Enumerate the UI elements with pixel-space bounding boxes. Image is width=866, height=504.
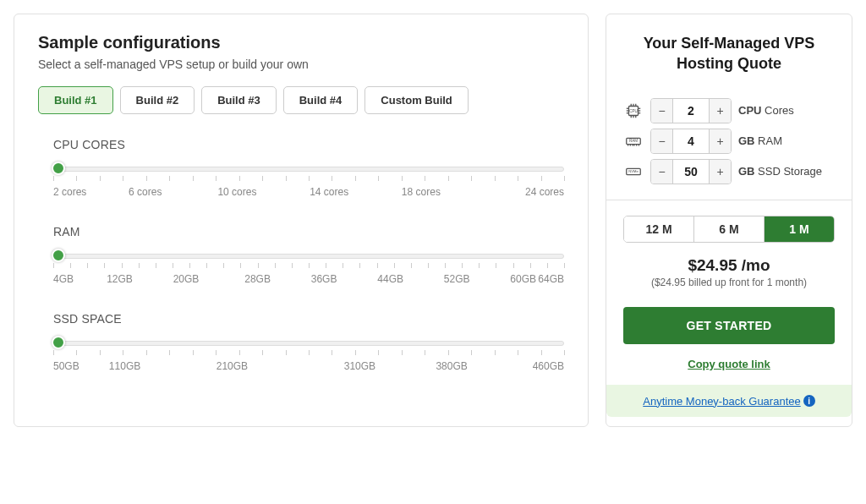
ssd-plus-button[interactable]: + [709,160,731,184]
ssd-icon: NVMe [623,162,644,182]
cpu-slider-section: CPU CORES 2 cores6 cores10 cores14 cores… [53,138,564,203]
price: $24.95 /mo [623,256,835,275]
ram-slider-thumb[interactable] [52,249,65,262]
guarantee-link[interactable]: Anytime Money-back Guarantee [643,395,800,408]
term-button-6M[interactable]: 6 M [694,216,765,242]
guarantee-bar: Anytime Money-back Guaranteei [606,385,852,417]
quote-title: Your Self-Managed VPS Hosting Quote [630,33,828,74]
ram-stepper: − 4 + [650,129,732,154]
ssd-spec-row: NVMe − 50 + GB SSD Storage [623,159,835,184]
cpu-labels: 2 cores6 cores10 cores14 cores18 cores24… [53,186,564,203]
config-subtitle: Select a self-managed VPS setup or build… [38,58,564,71]
cpu-slider-label: CPU CORES [53,138,564,151]
ssd-slider-track[interactable] [53,341,564,346]
cpu-slider-thumb[interactable] [52,162,65,175]
config-panel: Sample configurations Select a self-mana… [14,14,589,427]
cpu-spec-label: CPU Cores [738,104,794,117]
cpu-icon: CPU [623,101,644,121]
ssd-stepper: − 50 + [650,159,732,184]
ssd-value: 50 [673,160,709,184]
svg-text:RAM: RAM [629,139,638,143]
svg-text:CPU: CPU [629,108,638,112]
term-button-12M[interactable]: 12 M [624,216,694,242]
ssd-labels: 50GB110GB210GB310GB380GB460GB [53,360,564,377]
info-icon[interactable]: i [803,395,815,407]
build-tab-3[interactable]: Build #4 [283,86,359,114]
cpu-ticks [53,176,564,183]
cpu-value: 2 [673,99,709,123]
build-tabs: Build #1Build #2Build #3Build #4Custom B… [38,86,564,114]
ram-spec-label: GB RAM [738,134,782,147]
ram-slider-track[interactable] [53,254,564,259]
ram-slider-section: RAM 4GB12GB20GB28GB36GB44GB52GB60GB64GB [53,225,564,290]
ram-ticks [53,263,564,270]
ram-value: 4 [673,129,709,153]
config-title: Sample configurations [38,33,564,52]
term-button-1M[interactable]: 1 M [765,216,834,242]
ssd-ticks [53,350,564,357]
billed-text: ($24.95 billed up front for 1 month) [623,277,835,288]
ssd-slider-section: SSD SPACE 50GB110GB210GB310GB380GB460GB [53,312,564,377]
ssd-spec-label: GB SSD Storage [738,165,822,178]
copy-quote-link[interactable]: Copy quote link [688,358,770,370]
quote-panel: Your Self-Managed VPS Hosting Quote CPU … [606,14,852,427]
ssd-minus-button[interactable]: − [651,160,673,184]
ram-minus-button[interactable]: − [651,129,673,153]
ram-icon: RAM [623,131,644,151]
term-toggle: 12 M6 M1 M [623,216,835,243]
build-tab-0[interactable]: Build #1 [38,86,113,114]
ssd-slider-label: SSD SPACE [53,312,564,326]
cpu-spec-row: CPU − 2 + CPU Cores [623,98,835,123]
cpu-minus-button[interactable]: − [651,99,673,123]
get-started-button[interactable]: GET STARTED [623,307,835,344]
ssd-slider-thumb[interactable] [52,336,65,349]
cpu-plus-button[interactable]: + [709,99,731,123]
build-tab-4[interactable]: Custom Build [364,86,469,114]
ram-slider-label: RAM [53,225,564,238]
ram-spec-row: RAM − 4 + GB RAM [623,129,835,154]
build-tab-1[interactable]: Build #2 [120,86,195,114]
cpu-stepper: − 2 + [650,98,732,123]
ram-plus-button[interactable]: + [709,129,731,153]
cpu-slider-track[interactable] [53,167,564,172]
ram-labels: 4GB12GB20GB28GB36GB44GB52GB60GB64GB [53,273,564,290]
svg-text:NVMe: NVMe [628,169,639,173]
build-tab-2[interactable]: Build #3 [201,86,277,114]
